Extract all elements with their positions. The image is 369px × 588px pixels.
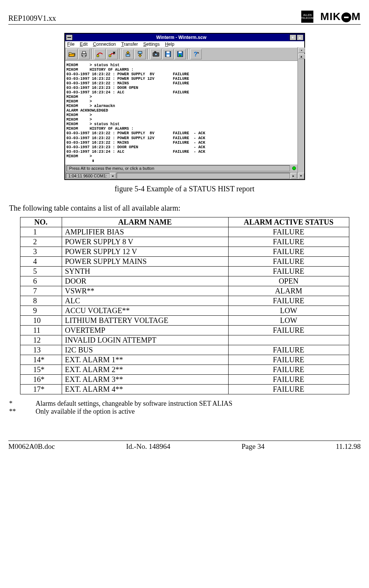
cell-no: 7: [20, 286, 62, 296]
footnotes: *Alarms default settings, changeable by …: [9, 400, 360, 416]
right-dock: ▪ ▴ ▾: [297, 47, 304, 179]
terminal-output[interactable]: MIKOM > status hist MIKOM HISTORY OF ALA…: [65, 61, 297, 164]
help-icon[interactable]: ?: [190, 49, 202, 59]
svg-rect-11: [154, 51, 156, 53]
cell-no: 3: [20, 247, 62, 256]
cell-status: FAILURE: [228, 384, 349, 394]
cell-no: 10: [20, 315, 62, 325]
cell-name: I2C BUS: [62, 345, 228, 355]
bottom-bar: 1:04:11 9600 COM1: ◂ ▸: [65, 172, 297, 179]
statusbar: Press Alt to access the menu, or click a…: [65, 164, 297, 172]
window-title: Winterm - Winterm.scw: [73, 35, 290, 40]
dock-icon-1[interactable]: ▪: [298, 48, 305, 53]
menu-settings[interactable]: Settings: [143, 42, 160, 47]
cell-name: EXT. ALARM 1**: [62, 355, 228, 365]
camera-icon[interactable]: [150, 49, 162, 59]
scroll-right-icon[interactable]: ▸: [291, 173, 297, 179]
table-row: 13 I2C BUS FAILURE: [20, 345, 349, 355]
cell-status: FAILURE: [228, 365, 349, 374]
svg-point-10: [154, 53, 157, 56]
menu-transfer[interactable]: Transfer: [121, 42, 138, 47]
system-menu-icon[interactable]: [66, 34, 73, 40]
cell-name: EXT. ALARM 2**: [62, 365, 228, 374]
svg-rect-14: [167, 54, 170, 57]
maximize-button[interactable]: ▴: [297, 34, 304, 40]
cell-name: OVERTEMP: [62, 325, 228, 335]
menu-connection[interactable]: Connection: [93, 42, 116, 47]
connect-icon[interactable]: [94, 49, 106, 59]
cell-no: 12: [20, 335, 62, 345]
hscrollbar[interactable]: [117, 173, 290, 179]
table-row: 2 POWER SUPPLY 8 V FAILURE: [20, 237, 349, 247]
cell-status: FAILURE: [228, 266, 349, 276]
table-row: 14* EXT. ALARM 1** FAILURE: [20, 355, 349, 365]
menu-help[interactable]: Help: [165, 42, 174, 47]
menu-file[interactable]: File: [67, 42, 75, 47]
print-icon[interactable]: [78, 49, 90, 59]
cell-no: 5: [20, 266, 62, 276]
footer-date: 11.12.98: [336, 442, 361, 451]
cell-status: FAILURE: [228, 227, 349, 237]
cell-no: 6: [20, 276, 62, 286]
minimize-button[interactable]: ▾: [290, 34, 296, 40]
cell-no: 4: [20, 256, 62, 266]
download-icon[interactable]: [134, 49, 146, 59]
cell-name: VSWR**: [62, 286, 228, 296]
cell-status: ALARM: [228, 286, 349, 296]
cell-no: 1: [20, 227, 62, 237]
cell-status: FAILURE: [228, 256, 349, 266]
footer-id: Id.-No. 148964: [126, 442, 170, 451]
cell-no: 13: [20, 345, 62, 355]
footer-file: M0062A0B.doc: [8, 442, 55, 451]
cell-no: 16*: [20, 374, 62, 384]
scroll-left-icon[interactable]: ◂: [110, 173, 116, 179]
save-play-icon[interactable]: [174, 49, 186, 59]
save-icon[interactable]: [162, 49, 174, 59]
footnote-row: *Alarms default settings, changeable by …: [9, 400, 360, 408]
upload-icon[interactable]: [122, 49, 134, 59]
cell-name: AMPLIFIER BIAS: [62, 227, 228, 237]
footnote-mark: **: [9, 408, 36, 416]
status-hint: Press Alt to access the menu, or click a…: [67, 165, 290, 171]
cell-status: LOW: [228, 306, 349, 315]
titlebar: Winterm - Winterm.scw ▾ ▴: [65, 34, 304, 41]
table-row: 11 OVERTEMP FAILURE: [20, 325, 349, 335]
cell-name: SYNTH: [62, 266, 228, 276]
open-icon[interactable]: [66, 49, 78, 59]
dock-icon-2[interactable]: ▴: [298, 54, 305, 59]
header-logos: ALLEN TELECOM MIKM: [301, 11, 361, 23]
cell-status: FAILURE: [228, 325, 349, 335]
cell-status: LOW: [228, 315, 349, 325]
cell-status: FAILURE: [228, 237, 349, 247]
cell-status: FAILURE: [228, 374, 349, 384]
table-row: 16* EXT. ALARM 3** FAILURE: [20, 374, 349, 384]
cell-status: FAILURE: [228, 296, 349, 306]
mikom-logo: MIKM: [320, 11, 361, 23]
footnote-text: Only available if the option is active: [36, 408, 135, 416]
cell-name: ACCU VOLTAGE**: [62, 306, 228, 315]
table-intro: The following table contains a list of a…: [9, 204, 361, 213]
cell-name: LITHIUM BATTERY VOLTAGE: [62, 315, 228, 325]
doc-ref: REP1009V1.xx: [8, 14, 56, 23]
page-header: REP1009V1.xx ALLEN TELECOM MIKM: [8, 11, 361, 25]
disconnect-icon[interactable]: [106, 49, 118, 59]
table-row: 15* EXT. ALARM 2** FAILURE: [20, 365, 349, 374]
menu-edit[interactable]: Edit: [80, 42, 88, 47]
cell-name: DOOR: [62, 276, 228, 286]
status-led-icon: [292, 166, 296, 170]
cell-status: FAILURE: [228, 345, 349, 355]
footnote-mark: *: [9, 400, 36, 408]
scroll-down-icon[interactable]: ▾: [298, 173, 304, 179]
cell-no: 17*: [20, 384, 62, 394]
cell-name: POWER SUPPLY 12 V: [62, 247, 228, 256]
svg-rect-16: [179, 51, 182, 53]
footer-page: Page 34: [241, 442, 265, 451]
svg-rect-1: [83, 51, 86, 53]
table-row: 7 VSWR** ALARM: [20, 286, 349, 296]
allen-telecom-logo: ALLEN TELECOM: [301, 11, 313, 23]
cell-name: POWER SUPPLY MAINS: [62, 256, 228, 266]
toolbar: ?: [65, 47, 297, 61]
cell-status: FAILURE: [228, 247, 349, 256]
alarm-table: NO. ALARM NAME ALARM ACTIVE STATUS 1 AMP…: [20, 217, 349, 394]
cell-status: FAILURE: [228, 355, 349, 365]
